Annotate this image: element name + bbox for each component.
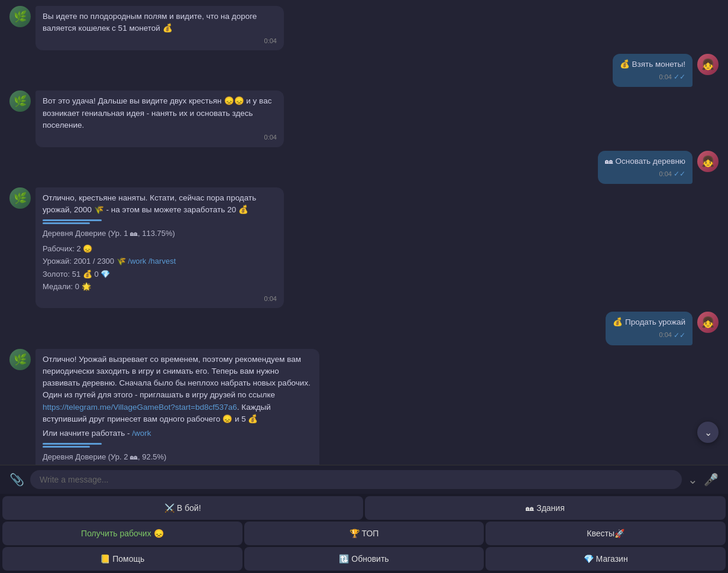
check-icon: ✓✓ bbox=[674, 72, 685, 82]
message-text: Отлично, крестьяне наняты. Кстати, сейча… bbox=[43, 192, 277, 216]
message-text: Вы идете по плодородным полям и видите, … bbox=[43, 12, 257, 33]
message-text: 💰 Продать урожай bbox=[613, 318, 685, 326]
get-workers-button[interactable]: Получить рабочих 😞 bbox=[2, 522, 242, 545]
message-time: 0:04 ✓✓ bbox=[620, 72, 685, 82]
message-row: 🌿 Отлично, крестьяне наняты. Кстати, сей… bbox=[9, 187, 719, 309]
avatar: 🌿 bbox=[9, 187, 31, 209]
village-stat2: Деревня Доверие (Ур. 2 🏘, 92.5%) bbox=[43, 451, 312, 463]
message-bubble: 🏘 Основать деревню 0:04 ✓✓ bbox=[598, 151, 693, 184]
keyboard-row-2: Получить рабочих 😞 🏆 ТОП Квесты🚀 bbox=[2, 522, 726, 545]
keyboard-row-3: 📒 Помощь 🔃 Обновить 💎 Магазин bbox=[2, 547, 726, 571]
keyboard-section: ⚔️ В бой! 🏘 Здания Получить рабочих 😞 🏆 … bbox=[0, 494, 728, 573]
invite-link[interactable]: https://telegram.me/VillageGameBot?start… bbox=[43, 403, 237, 412]
microphone-icon[interactable]: 🎤 bbox=[704, 472, 719, 487]
avatar: 👧 bbox=[697, 151, 719, 172]
medals-stat: Медали: 0 🌟 bbox=[43, 281, 277, 293]
message-time: 0:04 bbox=[43, 294, 277, 304]
message-text: 🏘 Основать деревню bbox=[605, 157, 685, 166]
check-icon: ✓✓ bbox=[674, 169, 685, 179]
buildings-button[interactable]: 🏘 Здания bbox=[365, 496, 726, 520]
help-button[interactable]: 📒 Помощь bbox=[2, 547, 242, 571]
message-time: 0:04 ✓✓ bbox=[605, 169, 685, 179]
scroll-down-button[interactable]: ⌄ bbox=[697, 422, 719, 443]
top-button[interactable]: 🏆 ТОП bbox=[244, 522, 484, 545]
avatar: 🌿 bbox=[9, 6, 31, 27]
avatar: 🌿 bbox=[9, 349, 31, 370]
message-row: 🌿 Отлично! Урожай вызревает со временем,… bbox=[9, 349, 719, 465]
gold-stat: Золото: 51 💰 0 💎 bbox=[43, 268, 277, 280]
keyboard-row-1: ⚔️ В бой! 🏘 Здания bbox=[2, 496, 726, 520]
message-time: 0:04 bbox=[43, 36, 277, 46]
message-text: Отлично! Урожай вызревает со временем, п… bbox=[43, 354, 312, 426]
message-row: 🌿 Вы идете по плодородным полям и видите… bbox=[9, 6, 719, 50]
message-time: 0:04 bbox=[43, 132, 277, 143]
message-input[interactable] bbox=[30, 470, 682, 489]
village-stat: Деревня Доверие (Ур. 1 🏘, 113.75%) bbox=[43, 228, 277, 239]
message-row: 👧 💰 Продать урожай 0:04 ✓✓ bbox=[9, 312, 719, 345]
check-icon: ✓✓ bbox=[674, 330, 685, 341]
message-text: 💰 Взять монеты! bbox=[620, 60, 685, 69]
shop-button[interactable]: 💎 Магазин bbox=[486, 547, 726, 571]
message-row: 👧 🏘 Основать деревню 0:04 ✓✓ bbox=[9, 151, 719, 184]
message-text: Вот это удача! Дальше вы видите двух кре… bbox=[43, 96, 271, 130]
work-line: Или начните работать - /work bbox=[43, 428, 312, 439]
message-bubble: Вы идете по плодородным полям и видите, … bbox=[35, 6, 284, 50]
message-time: 0:04 ✓✓ bbox=[613, 330, 685, 341]
avatar: 👧 bbox=[697, 54, 719, 75]
refresh-button[interactable]: 🔃 Обновить bbox=[244, 547, 484, 571]
quests-button[interactable]: Квесты🚀 bbox=[486, 522, 726, 545]
chevron-down-icon[interactable]: ⌄ bbox=[688, 472, 698, 487]
harvest-stat: Урожай: 2001 / 2300 🌾 /work /harvest bbox=[43, 255, 277, 267]
chat-container[interactable]: 🌿 Вы идете по плодородным полям и видите… bbox=[0, 0, 728, 465]
message-bubble: Отлично, крестьяне наняты. Кстати, сейча… bbox=[35, 187, 284, 309]
input-area: 📎 ⌄ 🎤 bbox=[0, 465, 728, 494]
message-bubble: Отлично! Урожай вызревает со временем, п… bbox=[35, 349, 319, 465]
battle-button[interactable]: ⚔️ В бой! bbox=[2, 496, 363, 520]
avatar: 🌿 bbox=[9, 90, 31, 112]
message-bubble: 💰 Взять монеты! 0:04 ✓✓ bbox=[613, 54, 693, 87]
message-row: 🌿 Вот это удача! Дальше вы видите двух к… bbox=[9, 90, 719, 147]
avatar: 👧 bbox=[697, 312, 719, 333]
message-bubble: Вот это удача! Дальше вы видите двух кре… bbox=[35, 90, 284, 147]
message-bubble: 💰 Продать урожай 0:04 ✓✓ bbox=[606, 312, 693, 345]
workers-stat: Рабочих: 2 😞 bbox=[43, 243, 277, 255]
attach-icon[interactable]: 📎 bbox=[9, 472, 24, 487]
message-row: 👧 💰 Взять монеты! 0:04 ✓✓ bbox=[9, 54, 719, 87]
